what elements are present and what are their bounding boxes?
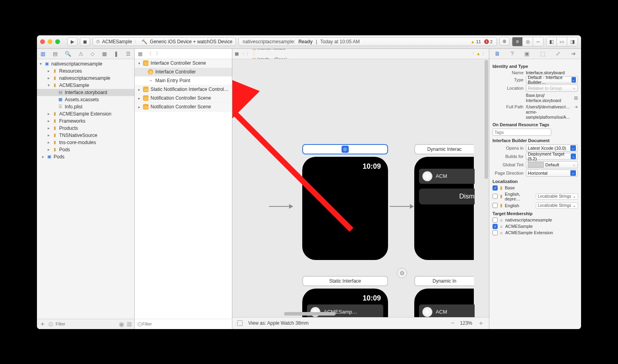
nav-item[interactable]: ▸▣Pods xyxy=(37,153,134,160)
outline-scene-header[interactable]: ▾▭Interface Controller Scene xyxy=(135,59,232,68)
checkbox[interactable] xyxy=(492,203,498,208)
outline-item[interactable]: ◎Interface Controller xyxy=(135,68,232,77)
library-button[interactable]: ⊕ xyxy=(499,37,510,46)
folder-icon[interactable]: ▥ xyxy=(574,95,578,100)
watch-dynamic2-controller[interactable]: ACM xyxy=(414,289,474,317)
opens-in-select[interactable]: Latest Xcode (10.0)⌄ xyxy=(526,144,578,152)
close-window-button[interactable] xyxy=(40,39,45,44)
dismiss-button[interactable]: Dism xyxy=(419,189,475,204)
storyboard-canvas[interactable]: ◎ 10:09 Dynamic Interac ACM Dism ⚙ xyxy=(232,59,489,317)
outline-scene-header[interactable]: ▸▭Static Notification Interface Control… xyxy=(135,85,232,94)
identity-inspector-tab[interactable]: ▣ xyxy=(524,50,529,57)
loc-mode-select[interactable]: Localizable Strings ⌄ xyxy=(536,193,578,200)
scene-header-static[interactable]: Static Interface xyxy=(302,276,388,286)
nav-item[interactable]: ☰Info.plist xyxy=(37,103,134,110)
errors-indicator[interactable]: !2 xyxy=(484,39,492,44)
assistant-editor-button[interactable]: ◎ xyxy=(523,37,533,46)
nav-item[interactable]: ▸▮Pods xyxy=(37,146,134,153)
location-select[interactable]: Relative to Group⌄ xyxy=(526,85,578,92)
navigator-filter-input[interactable] xyxy=(56,320,116,327)
project-root[interactable]: ▾▣nativescriptacmesample xyxy=(37,60,134,67)
jb-back[interactable]: 〈 xyxy=(240,51,245,57)
nav-item[interactable]: ▸▮ACMESample Extension xyxy=(37,110,134,117)
nav-item[interactable]: ▤Interface.storyboard xyxy=(37,89,134,96)
checkbox[interactable]: ✓ xyxy=(492,185,498,191)
vertical-scrollbar-thumb[interactable] xyxy=(485,60,488,179)
project-nav-tab[interactable]: ▥ xyxy=(41,51,45,57)
outline-scene-header[interactable]: ▸▭Notification Controller Scene xyxy=(135,94,232,103)
symbol-nav-tab[interactable]: ▤ xyxy=(53,51,58,57)
toggle-debug-button[interactable]: ▭ xyxy=(557,37,567,46)
checkbox[interactable] xyxy=(492,230,498,235)
watch-interface-controller[interactable]: 10:09 xyxy=(302,157,388,260)
file-inspector-tab[interactable]: 🗎 xyxy=(494,50,500,57)
color-well[interactable] xyxy=(528,162,544,168)
size-inspector-tab[interactable]: ⤢ xyxy=(556,50,560,57)
nav-item[interactable]: ▾▮ACMESample xyxy=(37,82,134,89)
test-nav-tab[interactable]: ◇ xyxy=(91,51,95,57)
target-membership-row[interactable]: ✓⌾ACMESample xyxy=(492,224,578,229)
page-direction-select[interactable]: Horizontal⌄ xyxy=(526,169,578,177)
horizontal-scrollbar-thumb[interactable] xyxy=(284,312,336,316)
jb-forward[interactable]: 〉 xyxy=(246,51,251,57)
global-tint-select[interactable]: Default⌄ xyxy=(526,161,578,168)
relationship-connector[interactable]: ⚙ xyxy=(397,268,407,278)
zoom-window-button[interactable] xyxy=(55,39,60,44)
target-membership-row[interactable]: ⌾nativescriptacmesample xyxy=(492,218,578,223)
issue-nav-tab[interactable]: ⚠ xyxy=(79,51,83,57)
scene-header-selected[interactable]: ◎ xyxy=(302,144,388,154)
toggle-navigator-button[interactable]: ◧ xyxy=(547,37,557,46)
file-type-select[interactable]: Default - Interface Builder…⌄ xyxy=(526,76,578,83)
checkbox[interactable] xyxy=(492,218,498,223)
version-editor-button[interactable]: ↔ xyxy=(533,37,543,46)
scene-header-dynamic2[interactable]: Dynamic In xyxy=(414,276,474,286)
odr-tags-input[interactable] xyxy=(492,129,551,136)
find-nav-tab[interactable]: 🔍 xyxy=(65,51,71,57)
breakpoint-nav-tab[interactable]: ❚ xyxy=(114,51,118,57)
watch-dynamic-controller[interactable]: ACM Dism xyxy=(414,157,474,260)
scene-header-dynamic[interactable]: Dynamic Interac xyxy=(414,144,474,154)
checkbox[interactable]: ✓ xyxy=(492,224,498,229)
activity-status[interactable]: nativescriptacmesample: Ready | Today at… xyxy=(238,37,497,46)
nav-item[interactable]: ▦Assets.xcassets xyxy=(37,96,134,103)
scm-filter-icon[interactable]: ⊠ xyxy=(127,320,132,328)
checkbox[interactable] xyxy=(492,194,498,199)
zoom-level[interactable]: 123% xyxy=(460,320,472,326)
outline-tree[interactable]: ▾▭Interface Controller Scene◎Interface C… xyxy=(135,59,232,319)
issue-next[interactable]: 〉 xyxy=(482,51,487,57)
report-nav-tab[interactable]: ☰ xyxy=(126,51,131,57)
outline-item[interactable]: →Main Entry Point xyxy=(135,77,232,85)
nav-item[interactable]: ▸▮Products xyxy=(37,125,134,132)
back-button[interactable]: 〈 xyxy=(147,50,152,57)
device-config-checkbox[interactable] xyxy=(237,320,243,326)
attributes-inspector-tab[interactable]: ⬚ xyxy=(540,50,545,57)
zoom-out-button[interactable]: − xyxy=(451,320,454,327)
target-membership-row[interactable]: ⌾ACMESample Extension xyxy=(492,230,578,235)
nav-item[interactable]: ▸▮Frameworks xyxy=(37,117,134,125)
builds-for-select[interactable]: Deployment Target (5.2)⌄ xyxy=(526,153,578,160)
add-button[interactable]: ＋ xyxy=(39,320,46,328)
minimize-window-button[interactable] xyxy=(48,39,52,44)
help-inspector-tab[interactable]: ? xyxy=(511,50,514,57)
run-button[interactable]: ▶ xyxy=(67,37,77,46)
related-icon[interactable]: ▦ xyxy=(235,51,239,56)
localization-row[interactable]: ✓▮Base xyxy=(492,185,578,191)
issue-prev[interactable]: 〈 xyxy=(470,51,475,57)
outline-filter-input[interactable] xyxy=(142,320,230,327)
debug-nav-tab[interactable]: ▦ xyxy=(102,51,107,57)
nav-item[interactable]: ▸▮tns-core-modules xyxy=(37,139,134,146)
connections-inspector-tab[interactable]: ➔ xyxy=(571,50,576,57)
nav-item[interactable]: ▸▮TNSNativeSource xyxy=(37,132,134,139)
stop-button[interactable]: ◼ xyxy=(80,37,90,46)
forward-button[interactable]: 〉 xyxy=(156,50,161,57)
warnings-indicator[interactable]: ▲11 xyxy=(471,39,481,44)
nav-item[interactable]: ▸▮Resources xyxy=(37,67,134,75)
outline-scene-header[interactable]: ▸▭Notification Controller Scene xyxy=(135,103,232,112)
toggle-inspector-button[interactable]: ◨ xyxy=(567,37,577,46)
file-tree[interactable]: ▾▣nativescriptacmesample▸▮Resources▸▮nat… xyxy=(37,59,134,319)
view-as-label[interactable]: View as: Apple Watch 38mm xyxy=(248,320,309,326)
zoom-in-button[interactable]: ＋ xyxy=(478,319,484,327)
related-items-icon[interactable]: ▦ xyxy=(138,51,143,57)
jump-bar[interactable]: ▦ 〈 〉 ▣nativescriptacmesample〉▮ACMESampl… xyxy=(232,49,489,59)
recent-filter-icon[interactable]: ◉ xyxy=(119,320,124,328)
